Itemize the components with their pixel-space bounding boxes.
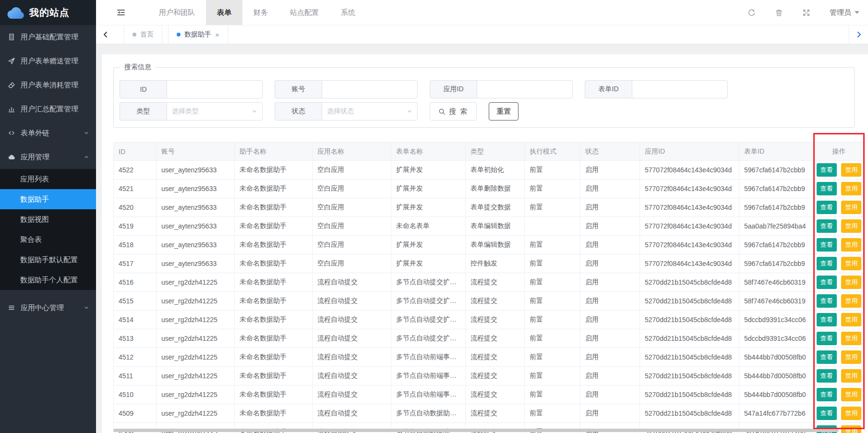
sidebar-subitem-data-assistant[interactable]: 数据助手 bbox=[0, 189, 96, 209]
app-id-input[interactable] bbox=[477, 80, 573, 98]
sidebar-item-label: 表单外链 bbox=[21, 129, 78, 138]
reset-button[interactable]: 重置 bbox=[489, 102, 518, 120]
view-button[interactable]: 查看 bbox=[817, 182, 837, 195]
view-button[interactable]: 查看 bbox=[817, 350, 837, 364]
cell-app-id: 577072f08464c143e4c9034d bbox=[640, 198, 739, 217]
cell-app-id: 577072f08464c143e4c9034d bbox=[640, 236, 739, 254]
disable-button[interactable]: 禁用 bbox=[841, 369, 861, 383]
trash-icon[interactable] bbox=[775, 9, 783, 17]
disable-button[interactable]: 禁用 bbox=[841, 276, 861, 289]
view-button[interactable]: 查看 bbox=[817, 369, 837, 383]
type-select-placeholder: 选择类型 bbox=[172, 107, 199, 116]
tab-data-assistant[interactable]: 数据助手 × bbox=[168, 25, 228, 44]
disable-button[interactable]: 禁用 bbox=[841, 407, 861, 420]
disable-button[interactable]: 禁用 bbox=[841, 238, 861, 252]
cell-app-name: 空白应用 bbox=[313, 254, 391, 273]
col-exec-mode: 执行模式 bbox=[525, 143, 580, 161]
form-id-input[interactable] bbox=[632, 80, 728, 98]
sidebar-item-user-base-config[interactable]: 用户基础配置管理 bbox=[0, 25, 96, 49]
fullscreen-icon[interactable] bbox=[802, 9, 810, 17]
cell-id: 4521 bbox=[114, 180, 157, 198]
view-button[interactable]: 查看 bbox=[817, 388, 837, 401]
table-row: 4512 user_rg2dzh41225 未命名数据助手 流程自动提交 多节点… bbox=[114, 348, 864, 367]
cell-account: user_rg2dzh41225 bbox=[157, 329, 235, 348]
cell-actions: 查看 禁用 bbox=[814, 329, 864, 348]
cell-form-name: 多节点自动提交扩… bbox=[391, 329, 466, 348]
view-button[interactable]: 查看 bbox=[817, 163, 837, 177]
chevron-left-icon[interactable] bbox=[96, 25, 115, 44]
user-menu[interactable]: 管理员 bbox=[830, 8, 859, 17]
disable-button[interactable]: 禁用 bbox=[841, 350, 861, 364]
disable-button[interactable]: 禁用 bbox=[841, 313, 861, 326]
cell-account: user_rg2dzh41225 bbox=[157, 311, 235, 329]
disable-button[interactable]: 禁用 bbox=[841, 388, 861, 401]
cell-account: user_aytenz95633 bbox=[157, 180, 235, 198]
disable-button[interactable]: 禁用 bbox=[841, 257, 861, 270]
view-button[interactable]: 查看 bbox=[817, 276, 837, 289]
view-button[interactable]: 查看 bbox=[817, 201, 837, 214]
topnav-item-forms[interactable]: 表单 bbox=[206, 0, 242, 25]
view-button[interactable]: 查看 bbox=[817, 407, 837, 420]
view-button[interactable]: 查看 bbox=[817, 238, 837, 252]
cell-form-id: 58f7467e46cb60319 bbox=[739, 292, 814, 311]
view-button[interactable]: 查看 bbox=[817, 257, 837, 270]
sidebar-subitem-aggregate-table[interactable]: 聚合表 bbox=[0, 229, 96, 250]
chevron-up-icon bbox=[84, 154, 89, 160]
type-select[interactable]: 选择类型 bbox=[167, 102, 263, 120]
disable-button[interactable]: 禁用 bbox=[841, 219, 861, 233]
disable-button[interactable]: 禁用 bbox=[841, 182, 861, 195]
view-button[interactable]: 查看 bbox=[817, 332, 837, 345]
sidebar-item-app-center-management[interactable]: 应用中心管理 bbox=[0, 296, 96, 320]
cell-status: 启用 bbox=[580, 367, 640, 385]
cell-id: 4512 bbox=[114, 348, 157, 367]
collapse-sidebar-icon[interactable] bbox=[116, 8, 126, 17]
sidebar-item-form-consume[interactable]: 用户表单消耗管理 bbox=[0, 73, 96, 97]
app-id-field-label: 应用ID bbox=[430, 80, 477, 98]
main-content: 搜索信息 ID 账号 应用ID 表单ID bbox=[96, 44, 868, 433]
topnav-item-users-teams[interactable]: 用户和团队 bbox=[148, 0, 206, 25]
sidebar-subitem-assistant-default-config[interactable]: 数据助手默认配置 bbox=[0, 250, 96, 270]
cell-form-name: 未命名表单 bbox=[391, 217, 466, 236]
horizontal-scrollbar[interactable] bbox=[113, 429, 839, 432]
view-button[interactable]: 查看 bbox=[817, 313, 837, 326]
sidebar-item-form-gift[interactable]: 用户表单赠送管理 bbox=[0, 49, 96, 73]
sidebar-item-form-external-link[interactable]: 表单外链 bbox=[0, 121, 96, 145]
view-button[interactable]: 查看 bbox=[817, 219, 837, 233]
cell-assistant-name: 未命名数据助手 bbox=[235, 292, 313, 311]
topnav-item-finance[interactable]: 财务 bbox=[242, 0, 279, 25]
cell-type: 流程提交 bbox=[466, 367, 525, 385]
tab-home[interactable]: 首页 bbox=[124, 25, 162, 44]
sidebar-subitem-data-view[interactable]: 数据视图 bbox=[0, 209, 96, 229]
topnav-item-site-config[interactable]: 站点配置 bbox=[279, 0, 330, 25]
account-input[interactable] bbox=[322, 80, 418, 98]
sidebar-item-app-management[interactable]: 应用管理 bbox=[0, 145, 96, 169]
cell-actions: 查看 禁用 bbox=[814, 198, 864, 217]
disable-button[interactable]: 禁用 bbox=[841, 163, 861, 177]
disable-button[interactable]: 禁用 bbox=[841, 425, 861, 433]
topnav-item-system[interactable]: 系统 bbox=[330, 0, 366, 25]
close-icon[interactable]: × bbox=[215, 31, 219, 38]
app-management-submenu: 应用列表 数据助手 数据视图 聚合表 数据助手默认配置 数据助手个人配置 bbox=[0, 169, 96, 290]
tab-label: 数据助手 bbox=[184, 30, 211, 39]
cell-id: 4522 bbox=[114, 161, 157, 180]
id-input[interactable] bbox=[167, 80, 263, 98]
disable-button[interactable]: 禁用 bbox=[841, 294, 861, 308]
refresh-icon[interactable] bbox=[747, 9, 756, 17]
cell-form-name: 扩展并发 bbox=[391, 236, 466, 254]
tab-label: 首页 bbox=[140, 30, 154, 39]
col-actions: 操作 bbox=[814, 143, 864, 161]
disable-button[interactable]: 禁用 bbox=[841, 201, 861, 214]
disable-button[interactable]: 禁用 bbox=[841, 332, 861, 345]
chevron-right-icon[interactable] bbox=[849, 25, 868, 44]
brand-logo[interactable]: 我的站点 bbox=[0, 0, 96, 25]
cell-assistant-name: 未命名数据助手 bbox=[235, 236, 313, 254]
search-button[interactable]: 搜 索 bbox=[430, 102, 477, 120]
table-row: 4509 user_rg2dzh41225 未命名数据助手 流程自动提交 多节点… bbox=[114, 404, 864, 423]
cell-id: 4514 bbox=[114, 311, 157, 329]
sidebar-item-label: 用户汇总配置管理 bbox=[21, 105, 89, 114]
view-button[interactable]: 查看 bbox=[817, 294, 837, 308]
sidebar-subitem-app-list[interactable]: 应用列表 bbox=[0, 169, 96, 189]
sidebar-subitem-assistant-personal-config[interactable]: 数据助手个人配置 bbox=[0, 270, 96, 290]
sidebar-item-summary-config[interactable]: 用户汇总配置管理 bbox=[0, 97, 96, 121]
status-select[interactable]: 选择状态 bbox=[322, 102, 418, 120]
